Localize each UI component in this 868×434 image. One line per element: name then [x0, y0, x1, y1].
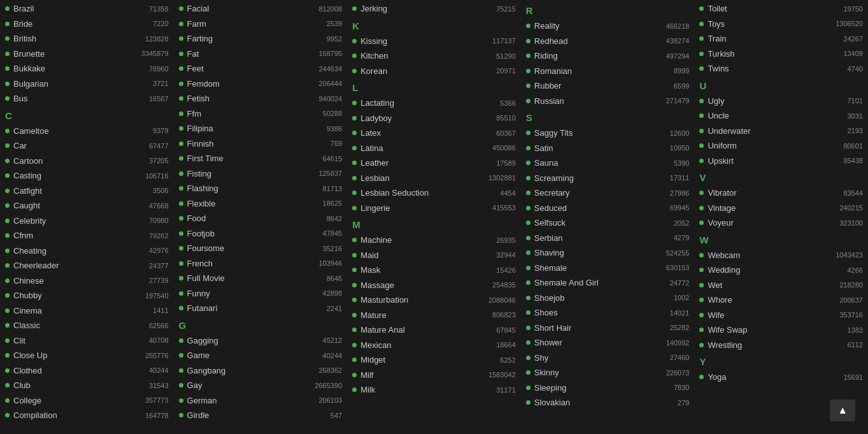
category-item[interactable]: Lingerie415553 [350, 201, 518, 216]
category-item[interactable]: Shaving524255 [523, 245, 692, 261]
category-item[interactable]: Feet244634 [176, 61, 345, 76]
category-item[interactable]: Secretary27986 [523, 185, 692, 201]
category-item[interactable]: Ladyboy85510 [350, 111, 518, 126]
category-item[interactable]: Lactating5366 [350, 96, 518, 111]
category-item[interactable]: Cinema1411 [3, 303, 171, 319]
category-item[interactable]: Celebrity70980 [3, 213, 171, 229]
category-item[interactable]: Turkish13409 [697, 47, 865, 62]
category-item[interactable]: Flexible18625 [176, 196, 345, 212]
category-item[interactable]: Finnish769 [176, 136, 345, 152]
category-item[interactable]: Cheerleader24377 [3, 258, 171, 273]
category-item[interactable]: Footjob47845 [176, 226, 345, 242]
back-to-top-button[interactable]: ▲ [830, 400, 855, 421]
category-item[interactable]: Mask15426 [350, 263, 518, 278]
category-item[interactable]: Reality466218 [523, 18, 692, 34]
category-item[interactable]: Cfnm79262 [3, 228, 171, 243]
category-item[interactable]: Filipina9386 [176, 121, 345, 136]
category-item[interactable]: Fetish940024 [176, 91, 345, 106]
category-item[interactable]: Latina450086 [350, 141, 518, 156]
category-item[interactable]: Massage254835 [350, 278, 518, 293]
category-item[interactable]: College357773 [3, 393, 171, 409]
category-item[interactable]: Uniform80601 [697, 138, 865, 154]
category-item[interactable]: Mature806823 [350, 308, 518, 323]
category-item[interactable]: Gagging45212 [176, 333, 345, 349]
category-item[interactable]: Club31543 [3, 378, 171, 393]
category-item[interactable]: Bride7220 [3, 17, 171, 32]
category-item[interactable]: Shoes14021 [523, 305, 692, 321]
category-item[interactable]: Clit40708 [3, 333, 171, 349]
category-item[interactable]: French103946 [176, 256, 345, 271]
category-item[interactable]: Skinny226073 [523, 365, 692, 380]
category-item[interactable]: Clothed40244 [3, 363, 171, 379]
category-item[interactable]: Wife Swap1383 [697, 322, 865, 338]
category-item[interactable]: Korean20971 [350, 64, 518, 79]
category-item[interactable]: Bukkake78960 [3, 61, 171, 76]
category-item[interactable]: Vintage240215 [697, 201, 865, 216]
category-item[interactable]: Wedding4266 [697, 263, 865, 278]
category-item[interactable]: Sauna5390 [523, 156, 692, 171]
category-item[interactable]: Wet218280 [697, 278, 865, 293]
category-item[interactable]: Voyeur323100 [697, 215, 865, 231]
category-item[interactable]: Foursome35216 [176, 241, 345, 256]
category-item[interactable]: Farm2539 [176, 17, 345, 32]
category-item[interactable]: Romanian8999 [523, 64, 692, 79]
category-item[interactable]: Mexican18664 [350, 338, 518, 353]
category-item[interactable]: Masturbation2088046 [350, 293, 518, 308]
category-item[interactable]: Bus16567 [3, 91, 171, 106]
category-item[interactable]: Russian271479 [523, 94, 692, 109]
category-item[interactable]: Kissing117137 [350, 34, 518, 49]
category-item[interactable]: Serbian4279 [523, 231, 692, 246]
category-item[interactable]: Twins4740 [697, 61, 865, 76]
category-item[interactable]: Wife353716 [697, 308, 865, 323]
category-item[interactable]: Upskirt85438 [697, 154, 865, 169]
category-item[interactable]: Ffm50288 [176, 106, 345, 122]
category-item[interactable]: Girdle547 [176, 408, 345, 423]
category-item[interactable]: Facial812008 [176, 1, 345, 17]
category-item[interactable]: Machine26935 [350, 233, 518, 248]
category-item[interactable]: Screaming17311 [523, 171, 692, 186]
category-item[interactable]: Casting106716 [3, 168, 171, 184]
category-item[interactable]: Kitchen51290 [350, 48, 518, 64]
category-item[interactable]: Fat168795 [176, 47, 345, 62]
category-item[interactable]: Chinese27739 [3, 273, 171, 289]
category-item[interactable]: Milf1583042 [350, 368, 518, 383]
category-item[interactable]: Chubby197540 [3, 288, 171, 303]
category-item[interactable]: Mature Anal67845 [350, 322, 518, 338]
category-item[interactable]: Midget6252 [350, 352, 518, 368]
category-item[interactable]: Shy27460 [523, 351, 692, 366]
category-item[interactable]: Full Movie8646 [176, 271, 345, 286]
category-item[interactable]: Rubber6599 [523, 78, 692, 94]
category-item[interactable]: Close Up255776 [3, 348, 171, 363]
category-item[interactable]: Game40244 [176, 348, 345, 363]
category-item[interactable]: Redhead438274 [523, 34, 692, 49]
category-item[interactable]: Toys1306520 [697, 17, 865, 32]
category-item[interactable]: Yoga15691 [697, 370, 865, 385]
category-item[interactable]: Sleeping7830 [523, 380, 692, 396]
category-item[interactable]: Gay2665390 [176, 378, 345, 393]
category-item[interactable]: Jerking75215 [350, 1, 518, 17]
category-item[interactable]: Cartoon37205 [3, 154, 171, 169]
category-item[interactable]: Funny42898 [176, 286, 345, 301]
category-item[interactable]: Futanari2241 [176, 301, 345, 316]
category-item[interactable]: Farting9952 [176, 31, 345, 47]
category-item[interactable]: Bulgarian3721 [3, 76, 171, 92]
category-item[interactable]: Riding497294 [523, 48, 692, 64]
category-item[interactable]: Maid32944 [350, 248, 518, 263]
category-item[interactable]: Gangbang268362 [176, 363, 345, 379]
category-item[interactable]: Milk31171 [350, 382, 518, 398]
category-item[interactable]: Brazil71358 [3, 1, 171, 17]
category-item[interactable]: German206103 [176, 393, 345, 409]
category-item[interactable]: First Time64615 [176, 151, 345, 166]
category-item[interactable]: Uncle3031 [697, 108, 865, 124]
category-item[interactable]: Satin10950 [523, 141, 692, 156]
category-item[interactable]: Webcam1043423 [697, 248, 865, 263]
category-item[interactable]: Ugly7101 [697, 94, 865, 109]
category-item[interactable]: Flashing81713 [176, 181, 345, 196]
category-item[interactable]: Brunette3345879 [3, 47, 171, 62]
category-item[interactable]: Vibrator83544 [697, 185, 865, 201]
category-item[interactable]: Underwater2193 [697, 124, 865, 139]
category-item[interactable]: Whore200637 [697, 293, 865, 308]
category-item[interactable]: Wrestling6112 [697, 338, 865, 353]
category-item[interactable]: Cameltoe9379 [3, 124, 171, 139]
category-item[interactable]: Cheating42976 [3, 243, 171, 259]
